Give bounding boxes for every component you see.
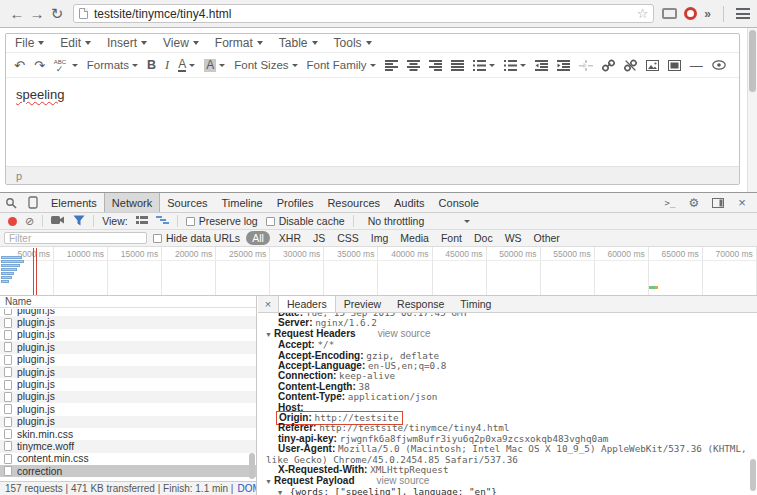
scrollbar-thumb[interactable]: [749, 30, 756, 92]
media-icon[interactable]: [668, 60, 681, 71]
checkbox-icon[interactable]: [186, 217, 195, 226]
clear-icon[interactable]: ⊘: [25, 216, 34, 226]
throttling-dropdown[interactable]: No throttling: [362, 215, 471, 227]
bookmark-star-icon[interactable]: ☆: [637, 6, 649, 21]
extension-icon[interactable]: [662, 8, 677, 19]
tab-headers[interactable]: Headers: [278, 296, 336, 312]
tab-profiles[interactable]: Profiles: [270, 193, 321, 212]
filter-input[interactable]: [4, 232, 147, 244]
filter-type-font[interactable]: Font: [438, 232, 465, 244]
request-row[interactable]: plugin.js: [0, 391, 256, 403]
request-row[interactable]: plugin.js: [0, 316, 256, 328]
outdent-icon[interactable]: [535, 60, 548, 71]
dock-side-icon[interactable]: [707, 198, 729, 208]
menu-table[interactable]: Table: [279, 36, 318, 50]
network-overview-timeline[interactable]: 5000 ms 10000 ms 15000 ms 20000 ms 25000…: [0, 247, 757, 296]
request-row[interactable]: plugin.js: [0, 354, 256, 366]
menu-icon[interactable]: [736, 8, 750, 19]
undo-icon[interactable]: ↶: [14, 59, 25, 72]
tab-network[interactable]: Network: [104, 193, 160, 212]
bold-button[interactable]: B: [147, 58, 156, 72]
bullet-list-button[interactable]: [473, 60, 495, 71]
filter-type-other[interactable]: Other: [531, 232, 563, 244]
menu-format[interactable]: Format: [215, 36, 263, 50]
reload-icon[interactable]: ↻: [47, 4, 67, 24]
checkbox-icon[interactable]: [266, 217, 275, 226]
font-sizes-dropdown[interactable]: Font Sizes: [234, 59, 297, 71]
back-icon[interactable]: ←: [7, 4, 27, 24]
requests-scrollbar-thumb[interactable]: [249, 453, 255, 479]
payload-object-preview[interactable]: ▼ {words: ["speeling"], language: "en"}: [258, 487, 749, 495]
filmstrip-camera-icon[interactable]: [51, 215, 65, 227]
close-details-icon[interactable]: ×: [258, 296, 278, 312]
misspelled-word[interactable]: speeling: [16, 87, 64, 102]
menu-edit[interactable]: Edit: [60, 36, 91, 50]
tab-response[interactable]: Response: [389, 296, 452, 312]
filter-type-css[interactable]: CSS: [334, 232, 362, 244]
filter-type-img[interactable]: Img: [368, 232, 392, 244]
gear-icon[interactable]: ⚙: [683, 196, 705, 210]
record-extension-icon[interactable]: [684, 7, 697, 20]
url-text[interactable]: testsite/tinymce/tiny4.html: [94, 7, 637, 21]
page-break-icon[interactable]: [579, 60, 593, 71]
font-family-dropdown[interactable]: Font Family: [307, 59, 376, 71]
name-column-header[interactable]: Name: [0, 296, 256, 308]
filter-type-js[interactable]: JS: [310, 232, 328, 244]
menu-insert[interactable]: Insert: [107, 36, 147, 50]
align-left-icon[interactable]: [385, 60, 398, 71]
image-icon[interactable]: [646, 60, 659, 71]
redo-icon[interactable]: ↷: [34, 59, 45, 72]
indent-icon[interactable]: [557, 60, 570, 71]
record-icon[interactable]: [8, 217, 17, 226]
device-mode-icon[interactable]: [22, 193, 44, 212]
page-scrollbar[interactable]: [747, 28, 757, 192]
console-drawer-icon[interactable]: >_: [659, 198, 681, 208]
tab-resources[interactable]: Resources: [320, 193, 387, 212]
menu-file[interactable]: File: [15, 36, 44, 50]
align-right-icon[interactable]: [429, 60, 442, 71]
address-bar[interactable]: testsite/tinymce/tiny4.html ☆: [73, 4, 654, 23]
italic-button[interactable]: I: [165, 58, 169, 73]
request-row[interactable]: skin.min.css: [0, 428, 256, 440]
text-color-button[interactable]: A: [178, 59, 195, 72]
filter-type-xhr[interactable]: XHR: [276, 232, 304, 244]
background-color-button[interactable]: A: [204, 59, 225, 72]
request-row[interactable]: plugin.js: [0, 416, 256, 428]
request-row[interactable]: content.min.css: [0, 453, 256, 465]
disable-cache-checkbox[interactable]: Disable cache: [266, 215, 345, 227]
formats-dropdown[interactable]: Formats: [87, 59, 138, 71]
filter-type-doc[interactable]: Doc: [471, 232, 496, 244]
editor-content-area[interactable]: speeling: [6, 78, 739, 166]
request-row[interactable]: plugin.js: [0, 329, 256, 341]
filter-type-all[interactable]: All: [246, 231, 270, 245]
tab-console[interactable]: Console: [432, 193, 486, 212]
request-row[interactable]: plugin.js: [0, 341, 256, 353]
filter-funnel-icon[interactable]: [73, 215, 85, 228]
numbered-list-button[interactable]: [504, 60, 526, 71]
view-source-link[interactable]: view source: [377, 475, 430, 486]
scrollbar-thumb[interactable]: [750, 459, 756, 491]
tab-timeline[interactable]: Timeline: [215, 193, 270, 212]
preserve-log-checkbox[interactable]: Preserve log: [186, 215, 258, 227]
align-center-icon[interactable]: [407, 60, 420, 71]
request-row[interactable]: plugin.js: [0, 366, 256, 378]
large-rows-view-icon[interactable]: [136, 215, 148, 227]
hide-data-urls-checkbox[interactable]: Hide data URLs: [153, 232, 240, 244]
overflow-icon[interactable]: »: [704, 7, 711, 21]
filter-type-ws[interactable]: WS: [502, 232, 525, 244]
request-row[interactable]: tinymce.woff: [0, 440, 256, 452]
tab-elements[interactable]: Elements: [44, 193, 104, 212]
filter-type-media[interactable]: Media: [397, 232, 432, 244]
details-scrollbar[interactable]: [749, 313, 757, 495]
checkbox-icon[interactable]: [153, 234, 162, 243]
request-row-selected[interactable]: correction: [0, 465, 256, 477]
request-row[interactable]: plugin.js: [0, 309, 256, 316]
menu-view[interactable]: View: [163, 36, 199, 50]
link-icon[interactable]: [602, 59, 615, 72]
tab-timing[interactable]: Timing: [452, 296, 499, 312]
inspect-element-icon[interactable]: [0, 193, 22, 212]
tab-audits[interactable]: Audits: [387, 193, 432, 212]
forward-icon[interactable]: →: [27, 4, 47, 24]
element-path[interactable]: p: [16, 170, 22, 182]
close-icon[interactable]: ×: [731, 195, 753, 210]
